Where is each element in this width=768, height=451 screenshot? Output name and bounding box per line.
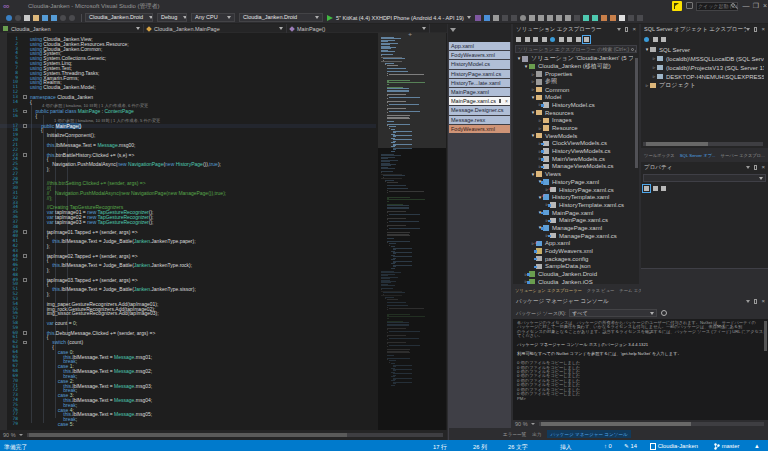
solution-item-views[interactable]: ▾Views: [513, 170, 633, 178]
fold-toggle-icon[interactable]: [23, 124, 27, 128]
add-server-icon[interactable]: [653, 37, 658, 42]
sql-item--[interactable]: ▹プロジェクト: [641, 81, 764, 90]
stop-icon[interactable]: [661, 37, 666, 42]
solution-item-mainviewmodels-cs[interactable]: ▹MainViewModels.cs: [513, 155, 633, 163]
fold-toggle-icon[interactable]: [23, 110, 27, 114]
document-tab-app-xaml[interactable]: App.xaml: [449, 42, 510, 50]
undo-icon[interactable]: [60, 15, 66, 21]
branch-indicator[interactable]: master: [714, 443, 739, 450]
tab-サーバー-エクスプロ-[interactable]: サーバー エクスプロ...: [721, 153, 765, 158]
bookmark-icon[interactable]: [619, 15, 625, 21]
incoming-commits[interactable]: ↑ 0: [604, 443, 612, 449]
close-tab-icon[interactable]: ×: [505, 97, 508, 105]
teal-tool-icon-2[interactable]: [592, 15, 598, 21]
document-tab-historyte-late-xaml[interactable]: HistoryTe...late.xaml: [449, 79, 510, 87]
disabled-icon-5[interactable]: [637, 15, 643, 21]
tab-パッケージ-マネージャー-コンソール[interactable]: パッケージ マネージャー コンソール: [547, 430, 630, 438]
grid-icon[interactable]: [556, 15, 562, 21]
fold-toggle-icon[interactable]: [23, 153, 27, 157]
teal-tool-icon-1[interactable]: [583, 15, 589, 21]
solution-item-historytemplate-xaml[interactable]: ▾✓HistoryTemplate.xaml: [513, 193, 633, 201]
auto-hide-pin-icon[interactable]: [625, 27, 628, 32]
pin-tab-icon[interactable]: [499, 99, 501, 103]
window-position-icon[interactable]: [617, 28, 621, 31]
editor-hscrollbar[interactable]: [27, 433, 443, 437]
solution-search-input[interactable]: ソリューション エクスプローラー の検索 (Ctrl+;): [515, 45, 637, 53]
document-tab-mainpage-xaml[interactable]: MainPage.xaml: [449, 88, 510, 96]
tab-ツールボックス[interactable]: ツールボックス: [644, 153, 675, 158]
fold-toggle-icon[interactable]: [23, 341, 27, 345]
solution-item-app-xaml[interactable]: ▹✓App.xaml: [513, 240, 633, 248]
project-dropdown[interactable]: Cloudia_Janken: [0, 24, 144, 33]
sql-item-sql-server[interactable]: ▾SQL Server: [641, 45, 764, 54]
book-icon-1[interactable]: [601, 15, 607, 21]
refresh-icon[interactable]: [550, 37, 555, 42]
minimap-viewport[interactable]: [378, 33, 446, 148]
close-button[interactable]: ×: [761, 2, 768, 10]
solution-item-historyviewmodels-cs[interactable]: ▹HistoryViewModels.cs: [513, 147, 633, 155]
document-tab-message-resx[interactable]: Message.resx: [449, 116, 510, 124]
book-icon-2[interactable]: [610, 15, 616, 21]
platform-combo[interactable]: Any CPU: [191, 13, 235, 22]
open-file-icon[interactable]: [33, 15, 39, 21]
properties-object-combo[interactable]: [643, 174, 766, 182]
minimize-button[interactable]: —: [742, 2, 750, 10]
document-tab-fodyweavers-xml[interactable]: FodyWeavers.xml: [449, 51, 510, 59]
type-dropdown[interactable]: Cloudia_Janken.MainPage: [144, 24, 287, 33]
close-icon[interactable]: ×: [761, 164, 765, 170]
member-dropdown[interactable]: MainPage(): [287, 24, 430, 33]
solution-item-mainpage-xaml-cs[interactable]: ▹MainPage.xaml.cs: [513, 216, 633, 224]
redo-icon[interactable]: [69, 15, 75, 21]
gear-icon[interactable]: [565, 15, 571, 21]
window-position-icon[interactable]: [746, 166, 750, 169]
close-icon[interactable]: ×: [761, 26, 765, 32]
solution-item-sampledata-json[interactable]: SampleData.json: [513, 263, 633, 271]
solution-item-cloudia-janken-droid[interactable]: ▹Cloudia_Janken.Droid: [513, 270, 633, 278]
configuration-combo[interactable]: Debug: [157, 13, 187, 22]
properties-grid[interactable]: [641, 194, 768, 268]
tab-出力[interactable]: 出力: [532, 432, 541, 437]
navigate-forward-icon[interactable]: [15, 15, 21, 21]
fold-toggle-icon[interactable]: [23, 230, 27, 234]
tab-エラー一覧[interactable]: エラー一覧: [503, 432, 526, 437]
solution-item--[interactable]: ▹参照: [513, 78, 633, 86]
console-hscrollbar[interactable]: [539, 422, 764, 426]
disabled-icon-2[interactable]: [511, 15, 517, 21]
fold-toggle-icon[interactable]: [23, 278, 27, 282]
solution-item-fodyweavers-xml[interactable]: FodyWeavers.xml: [513, 247, 633, 255]
tab-ソリューション-エクスプローラー[interactable]: ソリューション エクスプローラー: [515, 288, 582, 293]
solution-item-clockviewmodels-cs[interactable]: ▹ClockViewModels.cs: [513, 140, 633, 148]
categorized-icon[interactable]: [644, 186, 649, 191]
console-zoom-level[interactable]: 90 %: [515, 421, 528, 427]
solution-item-historytemplate-xaml-cs[interactable]: ▹HistoryTemplate.xaml.cs: [513, 201, 633, 209]
refresh-icon[interactable]: [644, 37, 649, 42]
preview-selected-icon[interactable]: [584, 37, 589, 42]
back-icon[interactable]: [525, 37, 530, 42]
image-icon[interactable]: [547, 15, 553, 21]
start-debugging-button[interactable]: 5" KitKat (4.4) XXHDPI Phone (Android 4.…: [327, 13, 471, 22]
save-icon[interactable]: [42, 15, 48, 21]
lock-icon[interactable]: [538, 15, 544, 21]
console-scrollbar[interactable]: [764, 321, 767, 351]
solution-item-common[interactable]: ▹Common: [513, 86, 633, 94]
solution-item-managepage-xaml-cs[interactable]: ▹ManagePage.xaml.cs: [513, 232, 633, 240]
sql-item--localdb-projectsv13-sql-serve[interactable]: ▹(localdb)\ProjectsV13 (SQL Server 13.0.…: [641, 63, 764, 72]
solution-item-historypage-xaml[interactable]: ▾HistoryPage.xaml: [513, 178, 633, 186]
close-icon[interactable]: ×: [761, 298, 765, 304]
solution-item-historypage-xaml-cs[interactable]: ▹✓HistoryPage.xaml.cs: [513, 186, 633, 194]
package-source-combo[interactable]: すべて: [569, 309, 657, 317]
sql-item-desktop-i4nemuh-sqlexpress-sq-[interactable]: ▹DESKTOP-I4NEMUH\SQLEXPRESS (SQ...: [641, 72, 764, 81]
device-monitor-icon[interactable]: [484, 15, 490, 21]
document-tab-fodyweavers-xml[interactable]: FodyWeavers.xml: [449, 125, 510, 133]
solution-item--cloudia-janken-5-[interactable]: ▾ソリューション 'Cloudia-Janken' (5 プロジェクト): [513, 55, 633, 63]
startup-project-combo[interactable]: Cloudia_Janken.Droid: [85, 13, 153, 22]
editor-zoom-level[interactable]: 90 %: [3, 432, 16, 438]
solution-item-model[interactable]: ▾Model: [513, 93, 633, 101]
sql-explorer-hscrollbar[interactable]: [643, 142, 763, 146]
repository-indicator[interactable]: Cloudia-Janken: [650, 443, 698, 450]
fold-toggle-icon[interactable]: [23, 95, 27, 99]
forward-icon[interactable]: [533, 37, 538, 42]
document-tab-historymodel-cs[interactable]: HistoryModel.cs: [449, 60, 510, 68]
window-position-icon[interactable]: [746, 28, 750, 31]
solution-item-resource[interactable]: ▹Resource: [513, 124, 633, 132]
